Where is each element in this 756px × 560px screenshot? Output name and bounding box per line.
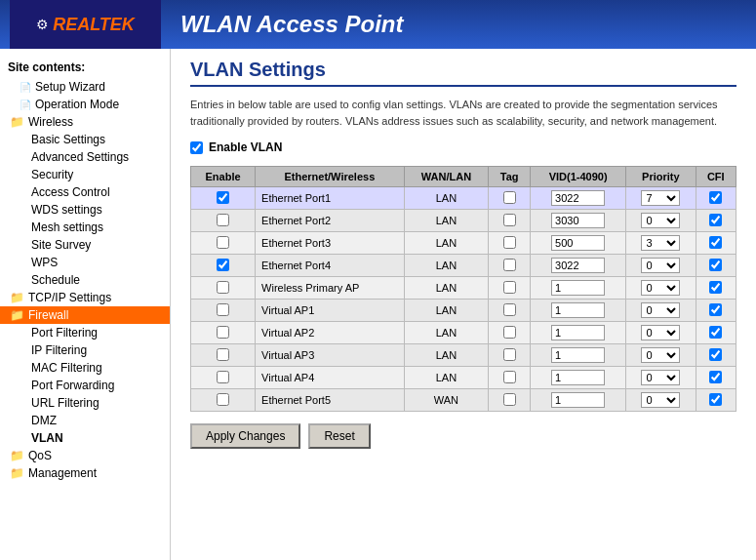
description: Entries in below table are used to confi…	[190, 97, 736, 129]
row-interface-name: Ethernet Port3	[256, 232, 405, 255]
row-cfi-checkbox[interactable]	[709, 393, 722, 406]
row-tag-checkbox[interactable]	[503, 191, 516, 204]
row-priority-select[interactable]: 01234567	[641, 347, 680, 363]
content-area: VLAN Settings Entries in below table are…	[171, 49, 756, 560]
sidebar-item-wps[interactable]: WPS	[0, 254, 170, 271]
sidebar-item-access-control[interactable]: Access Control	[0, 183, 170, 201]
row-cfi-checkbox[interactable]	[709, 348, 722, 361]
row-priority-select[interactable]: 01234567	[641, 258, 680, 273]
row-tag-checkbox[interactable]	[503, 214, 516, 226]
table-row: Virtual AP3LAN01234567	[191, 344, 736, 367]
row-enable-checkbox[interactable]	[217, 259, 229, 271]
sidebar-group-wireless[interactable]: 📁 Wireless	[0, 113, 170, 131]
row-vid-input[interactable]	[551, 280, 605, 296]
row-vid-input[interactable]	[551, 347, 605, 363]
row-enable-checkbox[interactable]	[217, 393, 229, 406]
row-cfi-checkbox[interactable]	[709, 214, 722, 226]
row-cfi-checkbox[interactable]	[709, 303, 722, 316]
sidebar-item-site-survey[interactable]: Site Survey	[0, 236, 170, 254]
row-interface-name: Virtual AP4	[256, 367, 405, 389]
row-priority-select[interactable]: 01234567	[641, 213, 680, 228]
sidebar-item-port-forwarding[interactable]: Port Forwarding	[0, 377, 170, 394]
row-priority-select[interactable]: 01234567	[641, 190, 680, 206]
sidebar-item-mac-filtering[interactable]: MAC Filtering	[0, 359, 170, 377]
row-tag-checkbox[interactable]	[503, 259, 516, 271]
sidebar-item-schedule[interactable]: Schedule	[0, 271, 170, 289]
enable-vlan-row: Enable VLAN	[190, 140, 736, 154]
sidebar-group-qos[interactable]: 📁 QoS	[0, 447, 170, 464]
sidebar-item-advanced-settings[interactable]: Advanced Settings	[0, 148, 170, 166]
row-vid-input[interactable]	[551, 258, 605, 273]
row-enable-checkbox[interactable]	[217, 303, 229, 316]
row-enable-checkbox[interactable]	[217, 371, 229, 383]
sidebar-item-port-filtering[interactable]: Port Filtering	[0, 324, 170, 341]
row-priority-select[interactable]: 01234567	[641, 235, 680, 251]
header-title: WLAN Access Point	[161, 11, 403, 38]
row-enable-checkbox[interactable]	[217, 191, 229, 204]
reset-button[interactable]: Reset	[308, 423, 370, 449]
logo-area: ⚙ REALTEK	[10, 0, 161, 49]
col-wan-lan: WAN/LAN	[404, 167, 489, 187]
sidebar-item-dmz[interactable]: DMZ	[0, 412, 170, 429]
sidebar-group-firewall[interactable]: 📁 Firewall	[0, 306, 170, 324]
col-enable: Enable	[191, 167, 256, 187]
col-tag: Tag	[489, 167, 531, 187]
row-vid-input[interactable]	[551, 370, 605, 385]
row-wan-lan: WAN	[404, 389, 489, 412]
row-cfi-checkbox[interactable]	[709, 371, 722, 383]
sidebar-item-security[interactable]: Security	[0, 166, 170, 183]
row-tag-checkbox[interactable]	[503, 348, 516, 361]
row-interface-name: Ethernet Port5	[256, 389, 405, 412]
row-tag-checkbox[interactable]	[503, 393, 516, 406]
row-tag-checkbox[interactable]	[503, 303, 516, 316]
row-enable-checkbox[interactable]	[217, 281, 229, 294]
sidebar-item-vlan[interactable]: VLAN	[0, 429, 170, 447]
sidebar-item-ip-filtering[interactable]: IP Filtering	[0, 341, 170, 359]
row-cfi-checkbox[interactable]	[709, 191, 722, 204]
row-interface-name: Virtual AP2	[256, 322, 405, 344]
row-enable-checkbox[interactable]	[217, 236, 229, 249]
row-tag-checkbox[interactable]	[503, 236, 516, 249]
sidebar-item-setup-wizard[interactable]: 📄 Setup Wizard	[0, 78, 170, 96]
col-vid: VID(1-4090)	[530, 167, 625, 187]
row-cfi-checkbox[interactable]	[709, 281, 722, 294]
row-vid-input[interactable]	[551, 325, 605, 340]
folder-icon: 📁	[10, 466, 24, 480]
enable-vlan-checkbox[interactable]	[190, 141, 203, 154]
folder-icon: 📁	[10, 308, 24, 322]
row-enable-checkbox[interactable]	[217, 326, 229, 339]
row-wan-lan: LAN	[404, 344, 489, 367]
row-vid-input[interactable]	[551, 392, 605, 408]
row-enable-checkbox[interactable]	[217, 214, 229, 226]
row-vid-input[interactable]	[551, 190, 605, 206]
sidebar-item-url-filtering[interactable]: URL Filtering	[0, 394, 170, 412]
row-tag-checkbox[interactable]	[503, 281, 516, 294]
sidebar-group-management[interactable]: 📁 Management	[0, 464, 170, 482]
sidebar-item-operation-mode[interactable]: 📄 Operation Mode	[0, 96, 170, 113]
sidebar-item-wds-settings[interactable]: WDS settings	[0, 201, 170, 219]
row-vid-input[interactable]	[551, 235, 605, 251]
row-tag-checkbox[interactable]	[503, 371, 516, 383]
sidebar-group-tcpip[interactable]: 📁 TCP/IP Settings	[0, 289, 170, 306]
apply-changes-button[interactable]: Apply Changes	[190, 423, 300, 449]
row-priority-select[interactable]: 01234567	[641, 370, 680, 385]
table-row: Virtual AP4LAN01234567	[191, 367, 736, 389]
row-enable-checkbox[interactable]	[217, 348, 229, 361]
row-tag-checkbox[interactable]	[503, 326, 516, 339]
row-cfi-checkbox[interactable]	[709, 236, 722, 249]
row-cfi-checkbox[interactable]	[709, 326, 722, 339]
sidebar-item-mesh-settings[interactable]: Mesh settings	[0, 219, 170, 236]
row-vid-input[interactable]	[551, 302, 605, 318]
row-priority-select[interactable]: 01234567	[641, 392, 680, 408]
page-icon: 📄	[20, 82, 31, 93]
button-row: Apply Changes Reset	[190, 423, 736, 449]
row-priority-select[interactable]: 01234567	[641, 325, 680, 340]
sidebar-item-basic-settings[interactable]: Basic Settings	[0, 131, 170, 148]
row-cfi-checkbox[interactable]	[709, 259, 722, 271]
row-vid-input[interactable]	[551, 213, 605, 228]
sidebar-label: QoS	[28, 449, 52, 462]
sidebar-label: TCP/IP Settings	[28, 291, 111, 304]
row-priority-select[interactable]: 01234567	[641, 280, 680, 296]
row-priority-select[interactable]: 01234567	[641, 302, 680, 318]
table-row: Ethernet Port3LAN01234567	[191, 232, 736, 255]
